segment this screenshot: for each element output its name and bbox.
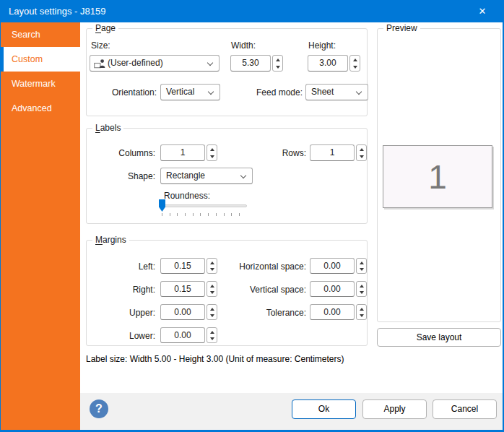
height-spinner	[349, 55, 360, 72]
spin-down-button[interactable]	[207, 311, 217, 319]
feed-mode-select[interactable]: Sheet	[305, 84, 368, 100]
chevron-down-icon	[207, 60, 213, 66]
margin-lower-input[interactable]: 0.00	[160, 327, 205, 343]
rows-input[interactable]: 1	[310, 144, 355, 161]
columns-label: Columns:	[87, 145, 155, 161]
vertical-space-input[interactable]: 0.00	[310, 281, 355, 297]
label-size-status: Label size: Width 5.00 - Height 3.00 (Un…	[86, 354, 344, 364]
height-label: Height:	[308, 40, 336, 51]
spin-down-button[interactable]	[357, 265, 366, 273]
width-spinner	[272, 55, 283, 72]
preview-group: Preview 1	[377, 28, 501, 322]
size-label: Size:	[91, 40, 110, 51]
page-group-title: Page	[92, 23, 118, 33]
tolerance-input[interactable]: 0.00	[310, 304, 355, 320]
sidebar-item-watermark[interactable]: Watermark	[1, 72, 80, 96]
margin-left-spinner	[207, 258, 217, 274]
ok-button[interactable]: Ok	[292, 399, 356, 419]
roundness-slider-track[interactable]	[160, 204, 247, 207]
sidebar-item-advanced[interactable]: Advanced	[1, 96, 80, 121]
margin-lower-spinner	[207, 327, 217, 343]
margin-right-label: Right:	[87, 282, 155, 298]
cancel-button[interactable]: Cancel	[433, 399, 497, 419]
title-bar: Layout settings - J8159 ✕	[1, 1, 503, 22]
columns-input[interactable]: 1	[160, 144, 205, 161]
roundness-slider-thumb[interactable]	[159, 199, 165, 212]
size-select[interactable]: (User-defined)	[90, 55, 220, 72]
spin-down-button[interactable]	[357, 311, 366, 319]
width-input[interactable]: 5.30	[230, 55, 271, 72]
chevron-down-icon	[208, 89, 214, 95]
slider-ticks	[162, 213, 247, 216]
sidebar-item-custom[interactable]: Custom	[1, 47, 80, 72]
close-button[interactable]: ✕	[469, 1, 495, 22]
window-title: Layout settings - J8159	[9, 1, 105, 22]
margins-group: Margins Left: 0.15 Right: 0.15 Upper: 0.…	[86, 240, 368, 346]
labels-group-title: Labels	[92, 123, 123, 133]
margin-right-spinner	[207, 281, 217, 297]
sidebar-item-search[interactable]: Search	[1, 22, 80, 47]
vertical-space-label: Vertical space:	[217, 282, 306, 298]
shape-label: Shape:	[87, 168, 155, 184]
height-input[interactable]: 3.00	[308, 55, 348, 72]
spin-down-button[interactable]	[207, 152, 217, 160]
chevron-down-icon	[356, 89, 362, 95]
labels-group: Labels Columns: 1 Rows: 1 Shape: Rectang…	[86, 128, 368, 224]
orientation-value: Vertical	[166, 87, 194, 97]
sidebar: Search Custom Watermark Advanced	[1, 22, 80, 431]
label-preview: 1	[383, 145, 492, 208]
orientation-label: Orientation:	[87, 85, 157, 100]
spin-down-button[interactable]	[273, 63, 282, 71]
layout-settings-dialog: Layout settings - J8159 ✕ Search Custom …	[0, 0, 504, 432]
save-layout-button[interactable]: Save layout	[377, 328, 501, 347]
margin-left-label: Left:	[87, 259, 155, 275]
margins-group-title: Margins	[92, 235, 129, 245]
tolerance-label: Tolerance:	[217, 305, 306, 321]
feed-mode-value: Sheet	[311, 87, 334, 97]
shape-select[interactable]: Rectangle	[160, 168, 253, 184]
margin-upper-label: Upper:	[87, 305, 155, 321]
help-icon[interactable]: ?	[90, 399, 108, 418]
spin-down-button[interactable]	[357, 152, 366, 160]
rows-label: Rows:	[238, 145, 306, 161]
chevron-down-icon	[240, 173, 246, 178]
apply-button[interactable]: Apply	[362, 399, 427, 419]
page-group: Page Size: Width: Height: (User-defined)…	[86, 28, 368, 116]
horizontal-space-label: Horizontal space:	[217, 259, 306, 275]
preview-group-title: Preview	[383, 23, 420, 33]
horizontal-space-input[interactable]: 0.00	[310, 258, 355, 274]
rows-spinner	[356, 144, 367, 161]
label-number: 1	[428, 157, 447, 196]
spin-down-button[interactable]	[357, 288, 366, 296]
spin-down-button[interactable]	[350, 63, 360, 71]
spin-down-button[interactable]	[207, 334, 217, 342]
margin-upper-input[interactable]: 0.00	[160, 304, 205, 320]
margin-left-input[interactable]: 0.15	[160, 258, 205, 274]
vertical-space-spinner	[356, 281, 367, 297]
size-value: (User-defined)	[108, 58, 163, 68]
roundness-label: Roundness:	[164, 191, 210, 201]
columns-spinner	[207, 144, 217, 161]
margin-upper-spinner	[207, 304, 217, 320]
feed-mode-label: Feed mode:	[231, 85, 303, 100]
orientation-select[interactable]: Vertical	[160, 84, 220, 100]
spin-down-button[interactable]	[207, 265, 217, 273]
question-mark-glyph: ?	[95, 402, 103, 415]
shape-value: Rectangle	[166, 170, 205, 181]
close-icon: ✕	[479, 6, 487, 17]
margin-lower-label: Lower:	[87, 328, 155, 344]
margin-right-input[interactable]: 0.15	[160, 281, 205, 297]
footer-bar: ? Ok Apply Cancel	[80, 393, 503, 431]
width-label: Width:	[231, 40, 256, 51]
spin-down-button[interactable]	[207, 288, 217, 296]
tolerance-spinner	[356, 304, 367, 320]
user-defined-size-icon	[94, 59, 105, 69]
horizontal-space-spinner	[356, 258, 367, 274]
